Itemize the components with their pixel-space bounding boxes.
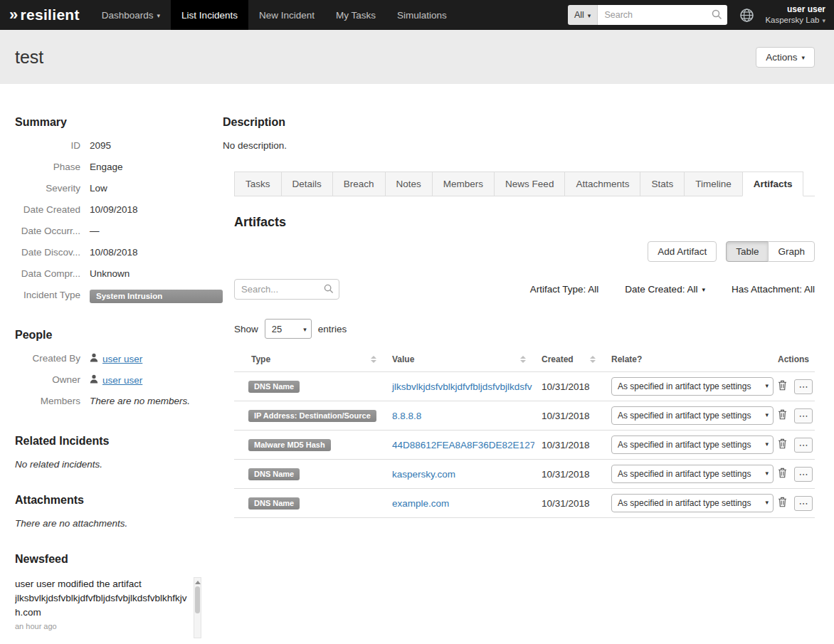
tab-stats[interactable]: Stats: [640, 171, 685, 196]
logo-text: resilient: [21, 6, 80, 23]
newsfeed-section: Newsfeed user user modified the artifact…: [15, 553, 223, 638]
nav-item-my-tasks[interactable]: My Tasks: [325, 0, 386, 30]
nav-item-list-incidents[interactable]: List Incidents: [171, 0, 248, 30]
user-menu[interactable]: user user Kaspersky Lab ▾: [765, 4, 825, 26]
more-actions-button[interactable]: ⋯: [794, 467, 813, 482]
description-heading: Description: [223, 116, 815, 129]
artifact-value-link[interactable]: kaspersky.com: [392, 469, 455, 480]
graph-view-button[interactable]: Graph: [768, 241, 815, 262]
people-section: People Created By user user Owner user u…: [15, 329, 223, 411]
artifact-value-link[interactable]: example.com: [392, 498, 449, 509]
relate-select[interactable]: As specified in artifact type settings▾: [611, 494, 774, 512]
scrollbar-thumb[interactable]: [195, 586, 200, 613]
artifacts-heading: Artifacts: [234, 215, 815, 230]
relate-select[interactable]: As specified in artifact type settings▾: [611, 377, 774, 396]
artifact-created: 10/31/2018: [534, 431, 604, 460]
field-row-phase: Phase Engage: [15, 162, 223, 176]
add-artifact-button[interactable]: Add Artifact: [648, 241, 717, 262]
people-heading: People: [15, 329, 223, 342]
delete-artifact-button[interactable]: [778, 380, 787, 393]
search-scope-button[interactable]: All ▾: [568, 5, 598, 25]
delete-artifact-button[interactable]: [778, 468, 787, 480]
column-header-type[interactable]: Type: [234, 349, 385, 372]
table-view-button[interactable]: Table: [726, 241, 769, 262]
nav-item-new-incident[interactable]: New Incident: [248, 0, 325, 30]
field-label: Date Created: [15, 204, 80, 215]
related-incidents-empty-text: No related incidents.: [15, 459, 223, 470]
tab-news-feed[interactable]: News Feed: [494, 171, 565, 196]
tab-artifacts[interactable]: Artifacts: [742, 171, 804, 196]
filter-artifact-type[interactable]: Artifact Type: All: [530, 284, 599, 295]
page-size-value: 25: [272, 324, 282, 334]
delete-artifact-button[interactable]: [778, 497, 787, 510]
more-actions-button[interactable]: ⋯: [794, 408, 813, 423]
nav-item-simulations[interactable]: Simulations: [386, 0, 458, 30]
sort-icon: [520, 356, 526, 363]
artifact-value-link[interactable]: jlksbvlkjdsfvblkjdfvfbljdsfvbjlkdsfv: [392, 381, 532, 392]
artifact-created: 10/31/2018: [534, 372, 604, 401]
tab-breach[interactable]: Breach: [332, 171, 386, 196]
caret-down-icon: ▾: [822, 18, 825, 24]
incident-type-badge: System Intrusion: [90, 290, 223, 303]
filter-label: Artifact Type: All: [530, 284, 599, 295]
relate-select[interactable]: As specified in artifact type settings▾: [611, 465, 774, 483]
artifacts-toolbar: Add Artifact Table Graph: [234, 241, 815, 262]
tab-members[interactable]: Members: [432, 171, 495, 196]
user-name: user user: [765, 4, 825, 16]
artifact-value-link[interactable]: 44D88612FEA8A8F36DE82E127: [392, 440, 534, 450]
relate-select[interactable]: As specified in artifact type settings▾: [611, 436, 774, 454]
actions-button[interactable]: Actions ▾: [756, 47, 815, 68]
filter-has-attachment[interactable]: Has Attachment: All: [732, 284, 815, 295]
field-label: Date Occurr...: [15, 226, 80, 236]
related-incidents-heading: Related Incidents: [15, 435, 223, 448]
nav-item-label: My Tasks: [336, 10, 376, 21]
more-actions-button[interactable]: ⋯: [794, 438, 813, 453]
global-search-input[interactable]: [598, 5, 727, 25]
more-actions-button[interactable]: ⋯: [794, 496, 813, 511]
newsfeed-scrollbar[interactable]: [194, 577, 201, 638]
nav-item-label: List Incidents: [181, 10, 238, 21]
table-row: DNS Name kaspersky.com 10/31/2018 As spe…: [234, 460, 815, 489]
tab-details[interactable]: Details: [281, 171, 333, 196]
newsfeed-entry-text: user user modified the artifact jlksbvlk…: [15, 577, 190, 620]
artifact-created: 10/31/2018: [534, 460, 604, 489]
resilient-logo[interactable]: » resilient: [0, 0, 91, 30]
field-label: Severity: [15, 183, 80, 194]
caret-down-icon: ▾: [765, 383, 769, 389]
caret-down-icon: ▾: [765, 441, 769, 448]
summary-heading: Summary: [15, 116, 223, 129]
global-search: All ▾: [568, 5, 727, 25]
artifacts-table: Type Value Created Relate? Actions DNS N…: [234, 349, 815, 518]
newsfeed-list: user user modified the artifact jlksbvlk…: [15, 577, 201, 638]
attachments-empty-text: There are no attachments.: [15, 518, 223, 529]
tab-notes[interactable]: Notes: [385, 171, 433, 196]
delete-artifact-button[interactable]: [778, 409, 787, 422]
column-header-created[interactable]: Created: [534, 349, 604, 372]
tab-attachments[interactable]: Attachments: [564, 171, 640, 196]
artifact-type-badge: Malware MD5 Hash: [248, 439, 331, 451]
owner-row: Owner user user: [15, 374, 223, 389]
trash-icon: [778, 438, 787, 451]
logo-chevron-icon: »: [9, 7, 19, 23]
page-size-select[interactable]: 25 ▾: [265, 319, 312, 339]
related-incidents-section: Related Incidents No related incidents.: [15, 435, 223, 470]
trash-icon: [778, 380, 787, 393]
globe-icon[interactable]: [739, 8, 754, 23]
tab-timeline[interactable]: Timeline: [684, 171, 743, 196]
nav-item-label: Simulations: [397, 10, 447, 21]
caret-down-icon: ▾: [765, 470, 769, 477]
nav-item-dashboards[interactable]: Dashboards ▾: [91, 0, 171, 30]
created-by-link[interactable]: user user: [102, 354, 142, 364]
column-header-value[interactable]: Value: [385, 349, 534, 372]
owner-link[interactable]: user user: [102, 375, 142, 386]
field-row-date-occurred: Date Occurr... —: [15, 226, 223, 241]
filter-date-created[interactable]: Date Created: All ▾: [625, 284, 705, 295]
tab-tasks[interactable]: Tasks: [234, 171, 282, 196]
delete-artifact-button[interactable]: [778, 438, 787, 451]
table-row: DNS Name jlksbvlkjdsfvblkjdfvfbljdsfvbjl…: [234, 372, 815, 401]
summary-section: Summary ID 2095 Phase Engage Severity Lo…: [15, 116, 223, 305]
relate-select[interactable]: As specified in artifact type settings▾: [611, 406, 774, 425]
artifact-value-link[interactable]: 8.8.8.8: [392, 411, 421, 421]
entries-label: entries: [318, 324, 347, 334]
more-actions-button[interactable]: ⋯: [794, 379, 813, 394]
